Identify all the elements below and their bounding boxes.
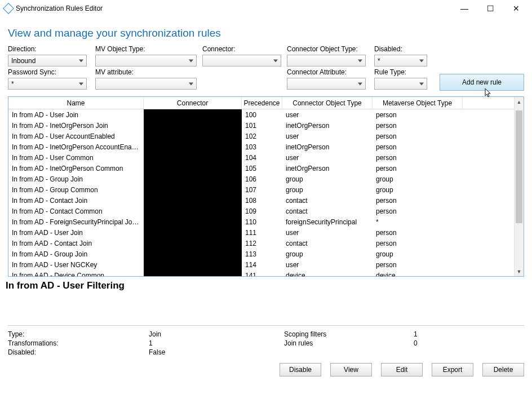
- cell-connector: [144, 259, 242, 270]
- cell-name: In from AAD - User NGCKey: [8, 261, 144, 269]
- cell-connector: [144, 109, 242, 120]
- close-button[interactable]: ✕: [508, 3, 524, 14]
- scroll-down-icon[interactable]: ▼: [515, 267, 524, 276]
- cell-name: In from AD - InetOrgPerson Common: [8, 165, 144, 172]
- col-connector[interactable]: Connector: [144, 97, 242, 109]
- table-row[interactable]: In from AD - Group Common107groupgroup: [8, 184, 514, 195]
- cell-connector: [144, 120, 242, 131]
- export-label: Export: [443, 366, 463, 374]
- cell-precedence: 109: [242, 207, 282, 215]
- table-row[interactable]: In from AAD - Device Common141devicedevi…: [8, 270, 514, 276]
- table-row[interactable]: In from AD - ForeignSecurityPrincipal Jo…: [8, 216, 514, 227]
- page-heading: View and manage your synchronization rul…: [0, 17, 532, 45]
- rule-type-combo[interactable]: [374, 78, 427, 90]
- cell-metaverse-object-type: group: [373, 175, 463, 183]
- cell-name: In from AD - User Common: [8, 154, 144, 162]
- table-row[interactable]: In from AAD - User NGCKey114userperson: [8, 259, 514, 270]
- cell-precedence: 105: [242, 165, 282, 172]
- cell-connector-object-type: inetOrgPerson: [282, 165, 373, 172]
- cell-name: In from AAD - Contact Join: [8, 240, 144, 247]
- mv-object-type-combo[interactable]: [95, 55, 197, 67]
- connector-attribute-combo[interactable]: [287, 78, 366, 90]
- cell-connector-object-type: user: [282, 154, 373, 162]
- edit-button[interactable]: Edit: [381, 363, 423, 376]
- cell-precedence: 111: [242, 229, 282, 237]
- cell-name: In from AAD - Group Join: [8, 250, 144, 258]
- mv-attribute-combo[interactable]: [95, 78, 197, 90]
- disabled-detail-value: False: [149, 348, 284, 356]
- cell-name: In from AD - User Join: [8, 111, 144, 119]
- cell-metaverse-object-type: device: [373, 272, 463, 277]
- cell-metaverse-object-type: person: [373, 143, 463, 151]
- scrollbar[interactable]: ▲ ▼: [514, 97, 524, 276]
- add-new-rule-button[interactable]: Add new rule: [440, 74, 524, 91]
- cell-precedence: 107: [242, 186, 282, 194]
- view-button[interactable]: View: [330, 363, 372, 376]
- connector-combo[interactable]: [202, 55, 281, 67]
- cell-metaverse-object-type: person: [373, 261, 463, 269]
- cell-connector: [144, 249, 242, 259]
- cell-precedence: 141: [242, 272, 282, 277]
- table-row[interactable]: In from AAD - Group Join113groupgroup: [8, 249, 514, 259]
- cell-connector: [144, 195, 242, 206]
- rule-type-label: Rule Type:: [374, 68, 434, 76]
- disabled-combo[interactable]: *: [374, 55, 427, 67]
- cell-connector-object-type: inetOrgPerson: [282, 122, 373, 130]
- scroll-up-icon[interactable]: ▲: [515, 97, 524, 107]
- cell-metaverse-object-type: person: [373, 111, 463, 119]
- maximize-button[interactable]: ☐: [482, 3, 498, 14]
- cell-connector-object-type: group: [282, 175, 373, 183]
- disable-button[interactable]: Disable: [280, 363, 321, 376]
- table-row[interactable]: In from AD - InetOrgPerson AccountEnable…: [8, 141, 514, 152]
- password-sync-combo[interactable]: *: [8, 78, 87, 90]
- selected-rule-title: In from AD - User Filtering: [0, 277, 532, 291]
- cell-precedence: 106: [242, 175, 282, 183]
- table-row[interactable]: In from AD - Group Join106groupgroup: [8, 174, 514, 184]
- col-metaverse-object-type[interactable]: Metaverse Object Type: [373, 97, 463, 109]
- scoping-filters-value: 1: [414, 330, 470, 338]
- disable-label: Disable: [289, 366, 312, 374]
- details-panel: Type: Join Scoping filters 1 Transformat…: [0, 329, 532, 357]
- col-precedence[interactable]: Precedence: [242, 97, 282, 109]
- rules-table: Name Connector Precedence Connector Obje…: [8, 96, 524, 277]
- join-rules-label: Join rules: [284, 339, 414, 347]
- cell-precedence: 112: [242, 240, 282, 247]
- table-row[interactable]: In from AD - InetOrgPerson Common105inet…: [8, 163, 514, 174]
- cell-connector-object-type: user: [282, 111, 373, 119]
- cell-metaverse-object-type: person: [373, 240, 463, 247]
- password-sync-label: Password Sync:: [8, 68, 95, 76]
- transformations-label: Transformations:: [8, 339, 149, 347]
- cell-connector: [144, 216, 242, 227]
- export-button[interactable]: Export: [432, 363, 473, 376]
- cell-connector-object-type: device: [282, 272, 373, 277]
- col-connector-object-type[interactable]: Connector Object Type: [282, 97, 373, 109]
- edit-label: Edit: [396, 366, 408, 374]
- table-row[interactable]: In from AD - User Common104userperson: [8, 152, 514, 163]
- connector-object-type-combo[interactable]: [287, 55, 366, 67]
- delete-button[interactable]: Delete: [482, 363, 524, 376]
- cell-connector-object-type: contact: [282, 207, 373, 215]
- cell-precedence: 101: [242, 122, 282, 130]
- cell-metaverse-object-type: group: [373, 186, 463, 194]
- scroll-thumb[interactable]: [516, 110, 522, 223]
- disabled-label: Disabled:: [374, 45, 434, 53]
- minimize-button[interactable]: —: [456, 3, 472, 14]
- cell-connector-object-type: user: [282, 132, 373, 140]
- table-row[interactable]: In from AD - User Join100userperson: [8, 109, 514, 120]
- mv-attribute-label: MV attribute:: [95, 68, 202, 76]
- table-row[interactable]: In from AD - Contact Common109contactper…: [8, 206, 514, 216]
- cell-name: In from AD - Group Common: [8, 186, 144, 194]
- table-row[interactable]: In from AAD - User Join111userperson: [8, 227, 514, 238]
- table-row[interactable]: In from AD - Contact Join108contactperso…: [8, 195, 514, 206]
- table-row[interactable]: In from AAD - Contact Join112contactpers…: [8, 238, 514, 249]
- table-row[interactable]: In from AD - User AccountEnabled102userp…: [8, 131, 514, 141]
- cell-connector: [144, 163, 242, 174]
- type-value: Join: [149, 330, 284, 338]
- cell-name: In from AD - Contact Common: [8, 207, 144, 215]
- mv-object-type-label: MV Object Type:: [95, 45, 202, 53]
- cell-precedence: 103: [242, 143, 282, 151]
- window-title: Synchronization Rules Editor: [16, 5, 103, 12]
- direction-combo[interactable]: Inbound: [8, 55, 87, 67]
- col-name[interactable]: Name: [8, 97, 144, 109]
- table-row[interactable]: In from AD - InetOrgPerson Join101inetOr…: [8, 120, 514, 131]
